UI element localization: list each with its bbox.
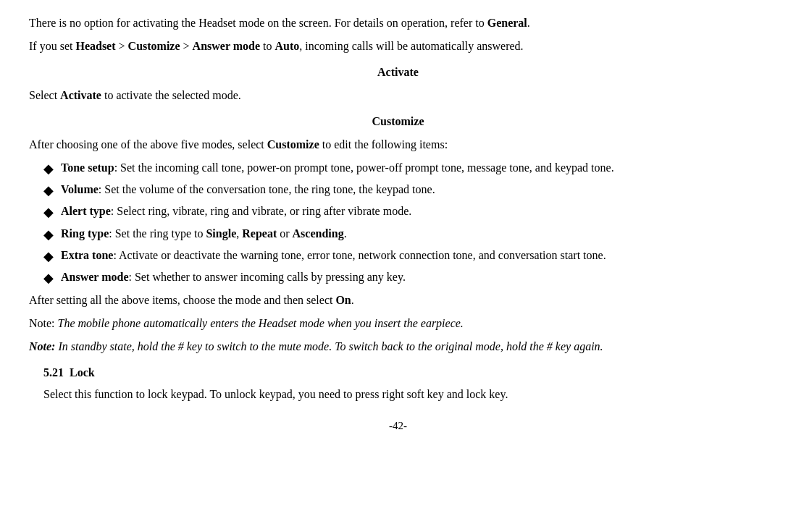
bullet5-text: : Activate or deactivate the warning ton… xyxy=(113,249,606,261)
p7-bold-italic: Note: xyxy=(29,340,55,352)
bullet3-bold: Alert type xyxy=(61,205,111,217)
paragraph-3: Select Activate to activate the selected… xyxy=(29,87,767,104)
bullet5-bold: Extra tone xyxy=(61,249,113,261)
list-item: ◆ Tone setup: Set the incoming call tone… xyxy=(43,159,767,178)
section-number: 5.21 xyxy=(43,366,64,379)
bullet4-end: . xyxy=(344,227,347,240)
bullet4-bold2: Single xyxy=(206,227,236,240)
p5-start: After setting all the above items, choos… xyxy=(29,294,335,306)
p2-start: If you set xyxy=(29,40,75,52)
bullet1-bold: Tone setup xyxy=(61,161,114,174)
p3-start: Select xyxy=(29,89,60,101)
bullet-text: Tone setup: Set the incoming call tone, … xyxy=(61,159,767,177)
bullet-list: ◆ Tone setup: Set the incoming call tone… xyxy=(43,159,767,287)
p3-end: to activate the selected mode. xyxy=(101,89,241,101)
bullet-text: Alert type: Select ring, vibrate, ring a… xyxy=(61,203,767,220)
heading-activate: Activate xyxy=(29,64,767,81)
p6-italic: The mobile phone automatically enters th… xyxy=(58,317,464,329)
p2-bold2: Customize xyxy=(128,40,180,52)
bullet2-bold: Volume xyxy=(61,183,99,195)
p1-text: There is no option for activating the He… xyxy=(29,17,487,29)
page-number: -42- xyxy=(29,418,767,434)
list-item: ◆ Extra tone: Activate or deactivate the… xyxy=(43,247,767,266)
paragraph-5: After setting all the above items, choos… xyxy=(29,292,767,309)
bullet1-text: : Set the incoming call tone, power-on p… xyxy=(114,161,614,174)
bullet6-text: : Set whether to answer incoming calls b… xyxy=(128,271,405,283)
bullet-text: Ring type: Set the ring type to Single, … xyxy=(61,225,767,242)
bullet-icon: ◆ xyxy=(43,160,54,178)
bullet4-or: or xyxy=(277,227,292,240)
p4-start: After choosing one of the above five mod… xyxy=(29,138,267,151)
paragraph-1: There is no option for activating the He… xyxy=(29,14,767,32)
bullet-text: Volume: Set the volume of the conversati… xyxy=(61,181,767,198)
paragraph-2: If you set Headset > Customize > Answer … xyxy=(29,38,767,55)
paragraph-4: After choosing one of the above five mod… xyxy=(29,136,767,153)
p7-italic: In standby state, hold the # key to swit… xyxy=(55,340,603,352)
bullet-icon: ◆ xyxy=(43,203,54,221)
bullet-text: Answer mode: Set whether to answer incom… xyxy=(61,269,767,286)
bullet4-text: : Set the ring type to xyxy=(109,227,206,240)
bullet4-bold: Ring type xyxy=(61,227,109,240)
p1-bold: General xyxy=(487,17,527,29)
p5-bold: On xyxy=(335,294,351,306)
bullet4-bold4: Ascending xyxy=(293,227,344,240)
section-text: Select this function to lock keypad. To … xyxy=(43,386,767,403)
bullet-icon: ◆ xyxy=(43,226,54,244)
list-item: ◆ Volume: Set the volume of the conversa… xyxy=(43,181,767,200)
bullet2-text: : Set the volume of the conversation ton… xyxy=(99,183,435,195)
bullet6-bold: Answer mode xyxy=(61,271,128,283)
p2-bold1: Headset xyxy=(75,40,115,52)
bullet3-text: : Select ring, vibrate, ring and vibrate… xyxy=(111,205,411,217)
paragraph-6: Note: The mobile phone automatically ent… xyxy=(29,315,767,332)
p4-end: to edit the following items: xyxy=(319,138,448,151)
bullet-icon: ◆ xyxy=(43,182,54,200)
bullet-text: Extra tone: Activate or deactivate the w… xyxy=(61,247,767,264)
heading-customize: Customize xyxy=(29,113,767,130)
p2-bold3: Answer mode xyxy=(193,40,260,52)
p5-end: . xyxy=(351,294,354,306)
p1-end: . xyxy=(527,17,530,29)
bullet-icon: ◆ xyxy=(43,269,54,287)
p3-bold: Activate xyxy=(60,89,101,101)
bullet4-bold3: Repeat xyxy=(242,227,277,240)
paragraph-7: Note: In standby state, hold the # key t… xyxy=(29,338,767,355)
list-item: ◆ Ring type: Set the ring type to Single… xyxy=(43,225,767,244)
list-item: ◆ Alert type: Select ring, vibrate, ring… xyxy=(43,203,767,221)
p4-bold: Customize xyxy=(267,138,319,151)
page-content: There is no option for activating the He… xyxy=(29,14,767,434)
p2-gt1: > xyxy=(116,40,128,52)
p2-mid: to xyxy=(260,40,275,52)
p6-start: Note: xyxy=(29,317,58,329)
p2-bold4: Auto xyxy=(275,40,300,52)
section-number-title: 5.21 Lock xyxy=(43,364,767,381)
p2-end: , incoming calls will be automatically a… xyxy=(299,40,523,52)
section-title: Lock xyxy=(70,366,95,379)
list-item: ◆ Answer mode: Set whether to answer inc… xyxy=(43,269,767,287)
p2-gt2: > xyxy=(180,40,193,52)
bullet-icon: ◆ xyxy=(43,248,54,266)
